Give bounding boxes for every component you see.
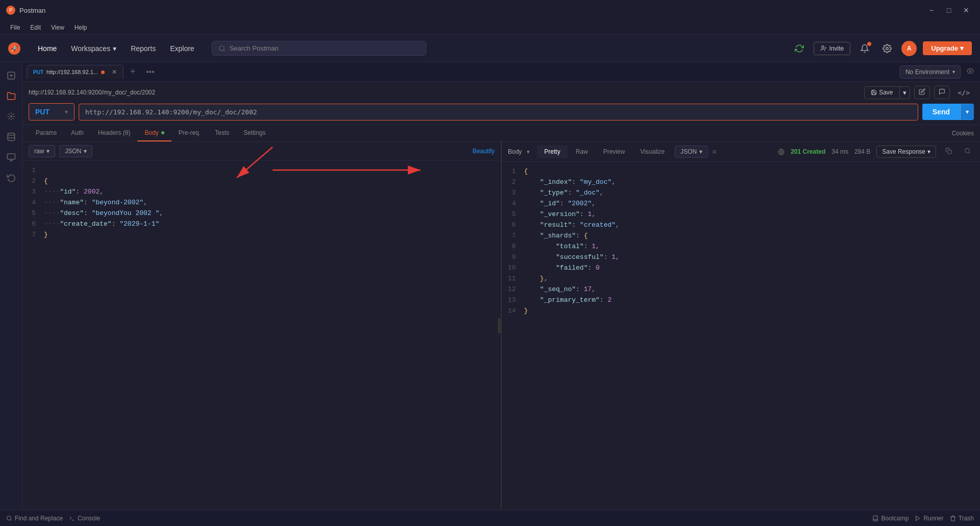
resp-format-options-btn[interactable]: ≡ [709, 146, 719, 157]
app-title: Postman [19, 7, 45, 14]
tab-body[interactable]: Body [137, 125, 171, 141]
body-resp-label: Body [508, 148, 522, 155]
resp-format-selector[interactable]: JSON ▾ [675, 146, 708, 158]
resp-line-2: "_index": "my_doc", [524, 177, 974, 187]
svg-point-16 [965, 149, 970, 153]
save-response-arrow: ▾ [927, 148, 930, 155]
titlebar-controls[interactable]: − □ ✕ [924, 3, 974, 18]
sidebar-mock-btn[interactable] [2, 148, 20, 166]
minimize-button[interactable]: − [924, 3, 939, 18]
menu-help[interactable]: Help [70, 22, 91, 33]
user-plus-icon [820, 45, 827, 52]
body-format-json[interactable]: JSON ▾ [59, 145, 92, 157]
save-dropdown-btn[interactable]: ▾ [899, 87, 910, 99]
mock-icon [7, 153, 16, 162]
menu-view[interactable]: View [47, 22, 68, 33]
search-icon [218, 45, 226, 52]
env-label: No Environment [905, 68, 949, 76]
body-dropdown-arrow[interactable]: ▾ [527, 149, 530, 155]
search-bar[interactable]: Search Postman [212, 41, 426, 56]
runner-btn[interactable]: Runner [915, 515, 943, 522]
status-code-badge: 201 Created [791, 148, 825, 155]
nav-explore[interactable]: Explore [163, 41, 201, 56]
save-response-button[interactable]: Save Response ▾ [876, 146, 936, 158]
console-btn[interactable]: Console [69, 515, 100, 522]
cookies-button[interactable]: Cookies [952, 130, 974, 137]
close-button[interactable]: ✕ [959, 3, 974, 18]
menu-file[interactable]: File [6, 22, 24, 33]
body-format-raw[interactable]: raw ▾ [29, 145, 55, 157]
method-dropdown[interactable]: PUT ▾ [29, 103, 75, 121]
tab-tests[interactable]: Tests [208, 125, 236, 141]
nav-home[interactable]: Home [31, 41, 64, 56]
send-dropdown-btn[interactable]: ▾ [960, 104, 974, 119]
console-label: Console [78, 515, 100, 522]
tab-params[interactable]: Params [29, 125, 64, 141]
bootcamp-btn[interactable]: Bootcamp [872, 515, 909, 522]
req-line-3: ····"id": 2002, [44, 186, 495, 197]
svg-rect-15 [948, 150, 951, 154]
resp-tab-pretty[interactable]: Pretty [537, 145, 567, 158]
edit-btn[interactable] [914, 86, 930, 99]
sync-icon-btn[interactable] [791, 40, 807, 57]
search-response-btn[interactable] [961, 146, 974, 157]
avatar-btn[interactable]: A [901, 41, 917, 56]
save-button[interactable]: Save [865, 87, 899, 98]
resize-handle[interactable] [498, 318, 501, 333]
resp-line-12: "_seq_no": 17, [524, 284, 974, 295]
sidebar-environments-btn[interactable] [2, 128, 20, 146]
code-view-btn[interactable]: </> [954, 87, 974, 99]
notification-bell-btn[interactable] [856, 40, 873, 57]
nav-workspaces[interactable]: Workspaces ▾ [64, 41, 124, 56]
tab-prereq[interactable]: Pre-req. [172, 125, 208, 141]
trash-btn[interactable]: Trash [950, 515, 974, 522]
tab-headers[interactable]: Headers (8) [91, 125, 137, 141]
statusbar-left: Find and Replace Console [6, 515, 100, 522]
sidebar-new-btn[interactable] [2, 66, 20, 85]
format-json-arrow: ▾ [84, 148, 87, 155]
find-replace-btn[interactable]: Find and Replace [6, 515, 63, 522]
sidebar-collections-btn[interactable] [2, 87, 20, 105]
send-button[interactable]: Send [922, 104, 960, 120]
invite-button[interactable]: Invite [814, 42, 851, 55]
menubar: File Edit View Help [0, 20, 980, 35]
tab-settings[interactable]: Settings [236, 125, 273, 141]
menu-edit[interactable]: Edit [26, 22, 45, 33]
response-panel: Body ▾ Pretty Raw Preview Visualize JSON… [502, 142, 980, 510]
resp-line-11: }, [524, 273, 974, 284]
main-layout: PUT http://192.168.92.1... ✕ + ••• No En… [0, 62, 980, 510]
more-tabs-btn[interactable]: ••• [142, 65, 159, 79]
resp-line-7: "_shards": { [524, 230, 974, 241]
tab-auth[interactable]: Auth [64, 125, 91, 141]
tab-method-label: PUT [33, 69, 43, 75]
request-code-content: { ····"id": 2002, ····"name": "beyond-20… [44, 165, 495, 506]
sidebar-apis-btn[interactable] [2, 107, 20, 126]
runner-label: Runner [923, 515, 943, 522]
response-status-bar: 201 Created 34 ms 284 B Save Response ▾ [778, 146, 974, 158]
environment-selector[interactable]: No Environment ▾ [900, 65, 961, 79]
settings-btn[interactable] [879, 40, 895, 57]
request-code-editor[interactable]: 1 2 3 4 5 6 7 { ····"id": 2002, ····"nam… [22, 161, 501, 510]
play-icon [915, 515, 921, 521]
nav-reports[interactable]: Reports [124, 41, 163, 56]
env-eye-btn[interactable] [965, 67, 976, 76]
resp-tab-raw[interactable]: Raw [569, 145, 595, 158]
response-body-editor: 12345 678910 11121314 { "_index": "my_do… [502, 162, 980, 510]
breadcrumb-bar: http://192.168.92.140:9200/my_doc/_doc/2… [29, 86, 974, 99]
beautify-button[interactable]: Beautify [473, 148, 495, 155]
sidebar-history-btn[interactable] [2, 169, 20, 187]
url-input[interactable] [79, 104, 918, 121]
nav-workspaces-chevron: ▾ [113, 44, 116, 53]
request-tab-put[interactable]: PUT http://192.168.92.1... ✕ [27, 65, 124, 79]
upgrade-button[interactable]: Upgrade ▾ [923, 41, 972, 55]
new-tab-button[interactable]: + [126, 65, 140, 79]
tab-close-btn[interactable]: ✕ [112, 68, 117, 76]
comment-btn[interactable] [934, 86, 950, 99]
resp-tab-preview[interactable]: Preview [596, 145, 632, 158]
settings-icon [883, 44, 892, 53]
resp-tab-visualize[interactable]: Visualize [633, 145, 672, 158]
svg-point-0 [219, 45, 224, 50]
search-small-icon [6, 515, 12, 521]
maximize-button[interactable]: □ [941, 3, 957, 18]
copy-response-btn[interactable] [942, 146, 955, 157]
